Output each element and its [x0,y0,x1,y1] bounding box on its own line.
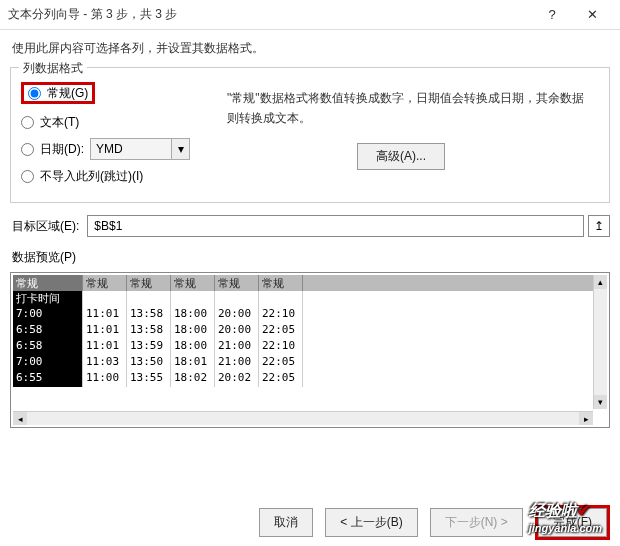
radio-date[interactable] [21,143,34,156]
column-format-group: 列数据格式 常规(G) 文本(T) 日期(D): YMD ▾ [10,67,610,203]
radio-skip[interactable] [21,170,34,183]
chevron-down-icon[interactable]: ▾ [171,139,189,159]
vertical-scrollbar[interactable]: ▴ ▾ [593,275,607,409]
col-header[interactable]: 常规 [215,275,259,291]
window-title: 文本分列向导 - 第 3 步，共 3 步 [8,6,532,23]
finish-button[interactable]: 完成(F) [538,508,607,537]
radio-text-label[interactable]: 文本(T) [40,114,79,131]
footer-buttons: 取消 < 上一步(B) 下一步(N) > 完成(F) [259,505,610,540]
scroll-up-icon[interactable]: ▴ [594,275,607,289]
destination-input[interactable]: $B$1 [87,215,584,237]
next-button: 下一步(N) > [430,508,523,537]
column-format-legend: 列数据格式 [19,60,87,77]
back-button[interactable]: < 上一步(B) [325,508,417,537]
radio-general-highlight: 常规(G) [21,82,95,104]
horizontal-scrollbar[interactable]: ◂ ▸ [13,411,593,425]
date-format-dropdown[interactable]: YMD ▾ [90,138,190,160]
table-row: 6:58 11:01 13:58 18:00 20:00 22:05 [13,323,607,339]
radio-general[interactable] [28,87,41,100]
help-button[interactable]: ? [532,0,572,30]
title-bar: 文本分列向导 - 第 3 步，共 3 步 ? ✕ [0,0,620,30]
scroll-left-icon[interactable]: ◂ [13,412,27,425]
radio-text[interactable] [21,116,34,129]
preview-area: 常规 常规 常规 常规 常规 常规 打卡时间 7:00 11:01 [10,272,610,428]
table-row: 7:00 11:03 13:50 18:01 21:00 22:05 [13,355,607,371]
table-row: 6:55 11:00 13:55 18:02 20:02 22:05 [13,371,607,387]
col-header[interactable]: 常规 [127,275,171,291]
col-header[interactable]: 常规 [171,275,215,291]
table-row: 6:58 11:01 13:59 18:00 21:00 22:10 [13,339,607,355]
advanced-button[interactable]: 高级(A)... [357,143,445,170]
finish-highlight: 完成(F) [535,505,610,540]
scroll-right-icon[interactable]: ▸ [579,412,593,425]
destination-value: $B$1 [94,219,122,233]
col-header[interactable]: 常规 [259,275,303,291]
dialog-body: 使用此屏内容可选择各列，并设置其数据格式。 列数据格式 常规(G) 文本(T) … [0,30,620,432]
cancel-button[interactable]: 取消 [259,508,313,537]
instruction-text: 使用此屏内容可选择各列，并设置其数据格式。 [10,40,610,57]
preview-rows: 打卡时间 7:00 11:01 13:58 18:00 20:00 22:10 … [13,291,607,387]
scroll-down-icon[interactable]: ▾ [594,395,607,409]
range-select-button[interactable]: ↥ [588,215,610,237]
format-description: "常规"数据格式将数值转换成数字，日期值会转换成日期，其余数据则转换成文本。 [227,88,595,129]
col-header[interactable]: 常规 [13,275,83,291]
row-header-cell: 打卡时间 [13,291,83,307]
preview-col-headers: 常规 常规 常规 常规 常规 常规 [13,275,607,291]
col-header[interactable]: 常规 [83,275,127,291]
radio-skip-label[interactable]: 不导入此列(跳过)(I) [40,168,143,185]
destination-row: 目标区域(E): $B$1 ↥ [12,215,610,237]
date-format-value: YMD [96,142,123,156]
close-button[interactable]: ✕ [572,0,612,30]
radio-date-label[interactable]: 日期(D): [40,141,84,158]
table-row: 打卡时间 [13,291,607,307]
destination-label: 目标区域(E): [12,218,79,235]
radio-general-label[interactable]: 常规(G) [47,85,88,102]
table-row: 7:00 11:01 13:58 18:00 20:00 22:10 [13,307,607,323]
collapse-icon: ↥ [594,219,604,233]
col-header-spacer [303,275,607,291]
preview-label: 数据预览(P) [12,249,610,266]
